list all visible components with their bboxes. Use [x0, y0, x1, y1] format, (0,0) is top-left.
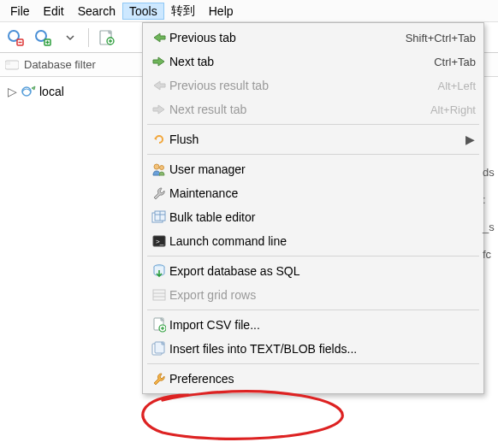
menuitem-label: Next tab	[169, 55, 434, 68]
menu-separator	[147, 309, 479, 310]
toolbar-btn-3[interactable]	[95, 26, 119, 50]
svg-point-14	[154, 164, 159, 169]
menuitem-label: Previous tab	[169, 31, 406, 44]
csv-import-icon	[149, 317, 169, 333]
submenu-arrow-icon: ▶	[464, 133, 476, 146]
toolbar-separator	[88, 28, 89, 47]
users-icon	[149, 162, 169, 176]
menuitem-bulk-table-editor[interactable]: Bulk table editor	[145, 205, 481, 229]
svg-point-15	[160, 166, 164, 170]
tables-icon	[149, 210, 169, 224]
menu-separator	[147, 154, 479, 155]
menuitem-preferences[interactable]: Preferences	[145, 367, 481, 391]
new-doc-icon	[99, 29, 115, 46]
arrow-left-grey-icon	[149, 80, 169, 91]
menuitem-shortcut: Alt+Left	[438, 80, 476, 92]
server-icon	[21, 85, 36, 98]
menu-goto[interactable]: 转到	[164, 2, 202, 21]
menuitem-export-grid-rows: Export grid rows	[145, 283, 481, 307]
annotation-circle	[128, 388, 351, 445]
menuitem-label: Export grid rows	[169, 288, 476, 302]
menuitem-label: Import CSV file...	[169, 318, 476, 332]
menu-search[interactable]: Search	[71, 3, 122, 20]
terminal-icon: >_	[149, 235, 169, 247]
menuitem-label: Maintenance	[169, 186, 476, 200]
toolbar-dropdown-1[interactable]	[58, 26, 82, 50]
svg-rect-12	[6, 62, 10, 65]
menuitem-label: Next result tab	[169, 103, 430, 116]
menuitem-label: Bulk table editor	[169, 210, 476, 224]
filter-tab-icon	[5, 59, 19, 71]
db-export-icon	[149, 263, 169, 279]
plug-plus-icon	[34, 29, 51, 46]
toolbar-btn-2[interactable]	[31, 26, 55, 50]
menuitem-next-result-tab: Next result tab Alt+Right	[145, 97, 481, 121]
menu-edit[interactable]: Edit	[37, 3, 71, 20]
menuitem-label: User manager	[169, 162, 476, 176]
menu-separator	[147, 256, 479, 256]
tree-item-label: local	[39, 85, 64, 98]
svg-text:>_: >_	[156, 238, 164, 245]
menu-help[interactable]: Help	[202, 3, 240, 20]
menu-file[interactable]: File	[3, 3, 37, 20]
tools-menu: Previous tab Shift+Ctrl+Tab Next tab Ctr…	[142, 22, 484, 394]
flush-icon	[149, 133, 169, 146]
svg-rect-23	[153, 290, 165, 300]
menuitem-maintenance[interactable]: Maintenance	[145, 181, 481, 205]
menu-tools[interactable]: Tools	[122, 3, 164, 20]
menuitem-label: Insert files into TEXT/BLOB fields...	[169, 342, 476, 356]
menuitem-import-csv-file[interactable]: Import CSV file...	[145, 313, 481, 337]
plug-minus-icon	[7, 29, 24, 46]
files-insert-icon	[149, 341, 169, 357]
menuitem-label: Preferences	[169, 372, 476, 386]
menuitem-label: Flush	[169, 133, 464, 146]
menuitem-flush[interactable]: Flush ▶	[145, 127, 481, 151]
menuitem-next-tab[interactable]: Next tab Ctrl+Tab	[145, 50, 481, 74]
menuitem-label: Previous result tab	[169, 79, 438, 92]
wrench-pref-icon	[149, 372, 169, 386]
menu-separator	[147, 124, 479, 125]
menuitem-export-database-sql[interactable]: Export database as SQL	[145, 259, 481, 283]
menuitem-shortcut: Alt+Right	[430, 103, 476, 116]
menu-separator	[147, 363, 479, 364]
grid-export-icon	[149, 289, 169, 301]
arrow-right-green-icon	[149, 56, 169, 68]
chevron-down-icon	[66, 33, 74, 42]
arrow-right-grey-icon	[149, 103, 169, 115]
arrow-left-green-icon	[149, 32, 169, 44]
menubar: File Edit Search Tools 转到 Help	[0, 0, 498, 22]
tree-twisty-icon[interactable]: ▷	[7, 85, 17, 98]
toolbar-btn-1[interactable]	[3, 26, 27, 50]
database-filter-label: Database filter	[24, 58, 96, 71]
menuitem-shortcut: Ctrl+Tab	[434, 56, 476, 68]
menuitem-shortcut: Shift+Ctrl+Tab	[406, 32, 476, 44]
menuitem-label: Launch command line	[169, 234, 476, 248]
wrench-icon	[149, 186, 169, 200]
menuitem-previous-result-tab: Previous result tab Alt+Left	[145, 74, 481, 97]
menuitem-insert-files-blob[interactable]: Insert files into TEXT/BLOB fields...	[145, 337, 481, 361]
menuitem-user-manager[interactable]: User manager	[145, 157, 481, 181]
menuitem-previous-tab[interactable]: Previous tab Shift+Ctrl+Tab	[145, 26, 481, 50]
menuitem-label: Export database as SQL	[169, 264, 476, 278]
menuitem-launch-command-line[interactable]: >_ Launch command line	[145, 229, 481, 253]
